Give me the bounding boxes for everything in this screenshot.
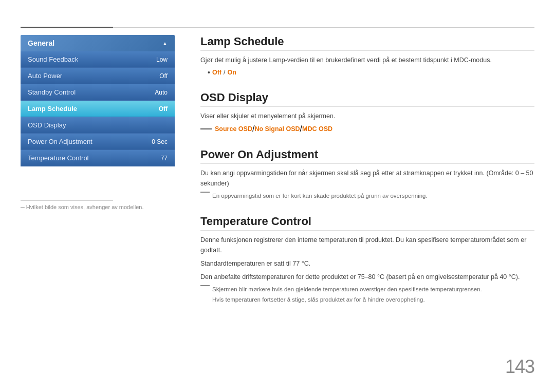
lamp-schedule-bullets: • Off / On (208, 68, 534, 77)
note-line-prefix (200, 192, 210, 193)
note-line-prefix1 (200, 285, 210, 286)
sidebar-note: ─ Hvilket bilde som vises, avhenger av m… (21, 200, 144, 210)
menu-item-temperature-control[interactable]: Temperature Control 77 (21, 150, 175, 166)
bullet-dot: • (208, 68, 210, 77)
menu-item-sound-feedback[interactable]: Sound Feedback Low (21, 51, 175, 68)
menu-item-label: Power On Adjustment (28, 138, 92, 145)
top-line-dark (21, 27, 113, 28)
link-mdc-osd: MDC OSD (302, 125, 332, 133)
menu-item-value: Off (159, 72, 168, 80)
link-source-osd: Source OSD (215, 125, 252, 133)
menu-item-lamp-schedule[interactable]: Lamp Schedule Off (21, 101, 175, 117)
osd-display-desc: Viser eller skjuler et menyelement på sk… (200, 111, 534, 121)
temperature-note1: Skjermen blir mørkere hvis den gjeldende… (200, 285, 534, 294)
menu-item-label: Lamp Schedule (28, 105, 77, 113)
power-on-adjustment-desc: Du kan angi oppvarmingstiden for når skj… (200, 168, 534, 189)
power-on-note-text: En oppvarmingstid som er for kort kan sk… (212, 192, 428, 200)
temperature-control-desc3: Den anbefalte driftstemperaturen for det… (200, 272, 534, 282)
sidebar-note-divider (21, 200, 113, 201)
temperature-control-title: Temperature Control (200, 215, 534, 231)
menu-item-value: 77 (161, 155, 168, 162)
top-lines (21, 27, 534, 28)
temperature-control-desc2: Standardtemperaturen er satt til 77 °C. (200, 258, 534, 269)
menu-item-label: OSD Display (28, 121, 66, 129)
menu-item-label: Temperature Control (28, 154, 89, 162)
sidebar-title: General ▲ (21, 35, 175, 51)
temperature-control-desc1: Denne funksjonen registrerer den interne… (200, 235, 534, 255)
page-number: 143 (505, 356, 534, 378)
menu-item-power-on-adjustment[interactable]: Power On Adjustment 0 Sec (21, 134, 175, 150)
sidebar: General ▲ Sound Feedback Low Auto Power … (21, 35, 175, 166)
osd-links: Source OSD / No Signal OSD / MDC OSD (200, 124, 534, 134)
section-power-on-adjustment: Power On Adjustment Du kan angi oppvarmi… (200, 148, 534, 200)
link-on: On (227, 69, 236, 76)
section-lamp-schedule: Lamp Schedule Gjør det mulig å justere L… (200, 35, 534, 77)
osd-display-title: OSD Display (200, 91, 534, 107)
menu-item-auto-power[interactable]: Auto Power Off (21, 68, 175, 84)
sidebar-title-label: General (28, 39, 54, 47)
menu-item-value: Off (159, 105, 168, 113)
osd-line-prefix (200, 128, 212, 129)
menu-item-value: 0 Sec (152, 138, 168, 145)
power-on-note: En oppvarmingstid som er for kort kan sk… (200, 192, 534, 200)
top-line-light (113, 27, 534, 28)
menu-item-label: Standby Control (28, 88, 76, 96)
menu-item-value: Low (156, 56, 168, 63)
link-no-signal-osd: No Signal OSD (254, 125, 300, 133)
bullet-item-off-on: • Off / On (208, 68, 534, 77)
sidebar-title-arrow: ▲ (162, 41, 168, 46)
main-content: Lamp Schedule Gjør det mulig å justere L… (200, 35, 534, 319)
menu-item-standby-control[interactable]: Standby Control Auto (21, 84, 175, 101)
menu-item-osd-display[interactable]: OSD Display (21, 117, 175, 134)
temperature-note2: Hvis temperaturen fortsetter å stige, sl… (200, 295, 534, 304)
menu-item-label: Auto Power (28, 72, 62, 80)
separator: / (224, 69, 225, 76)
menu-item-value: Auto (155, 89, 168, 96)
lamp-schedule-title: Lamp Schedule (200, 35, 534, 51)
menu-item-label: Sound Feedback (28, 55, 78, 63)
section-osd-display: OSD Display Viser eller skjuler et menye… (200, 91, 534, 134)
power-on-adjustment-title: Power On Adjustment (200, 148, 534, 164)
lamp-schedule-desc: Gjør det mulig å justere Lamp-verdien ti… (200, 55, 534, 65)
section-temperature-control: Temperature Control Denne funksjonen reg… (200, 215, 534, 304)
sidebar-note-text: ─ Hvilket bilde som vises, avhenger av m… (21, 204, 144, 210)
link-off: Off (212, 69, 221, 76)
temperature-note2-text: Hvis temperaturen fortsetter å stige, sl… (212, 295, 425, 304)
temperature-note1-text: Skjermen blir mørkere hvis den gjeldende… (212, 285, 482, 294)
